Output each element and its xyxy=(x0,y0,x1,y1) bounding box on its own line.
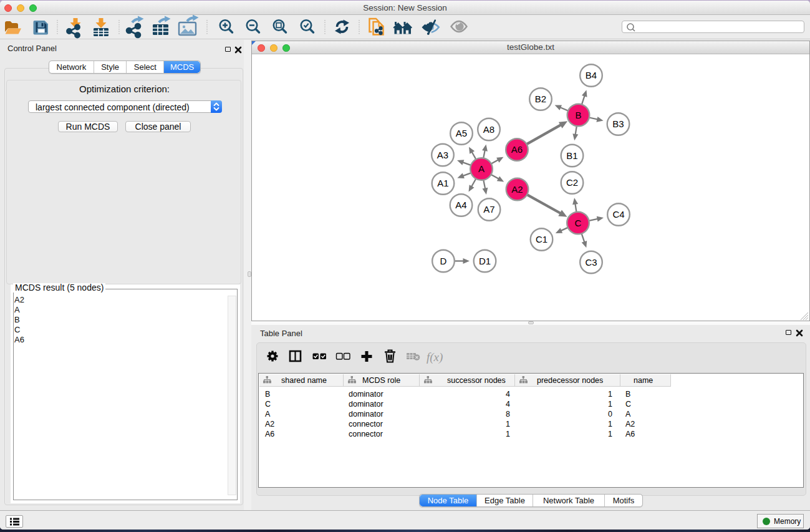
svg-text:C1: C1 xyxy=(536,234,547,244)
svg-text:C4: C4 xyxy=(612,209,624,220)
svg-text:C2: C2 xyxy=(566,177,578,188)
svg-text:A1: A1 xyxy=(437,178,448,188)
svg-text:B4: B4 xyxy=(586,70,597,80)
svg-text:B1: B1 xyxy=(566,150,577,161)
svg-text:A4: A4 xyxy=(455,200,466,210)
svg-text:A8: A8 xyxy=(483,124,494,135)
svg-text:B: B xyxy=(575,110,581,120)
svg-text:A6: A6 xyxy=(511,144,523,155)
svg-text:A7: A7 xyxy=(483,204,494,215)
svg-text:B3: B3 xyxy=(612,118,624,129)
svg-text:A2: A2 xyxy=(511,184,523,195)
svg-text:C: C xyxy=(575,218,582,228)
svg-text:C3: C3 xyxy=(585,257,597,268)
svg-text:D: D xyxy=(440,256,447,266)
svg-text:A5: A5 xyxy=(456,128,467,138)
svg-text:f(x): f(x) xyxy=(427,351,443,364)
svg-text:D1: D1 xyxy=(479,256,491,266)
svg-text:A3: A3 xyxy=(437,150,448,160)
svg-text:B2: B2 xyxy=(535,94,546,104)
svg-text:A: A xyxy=(478,163,485,174)
